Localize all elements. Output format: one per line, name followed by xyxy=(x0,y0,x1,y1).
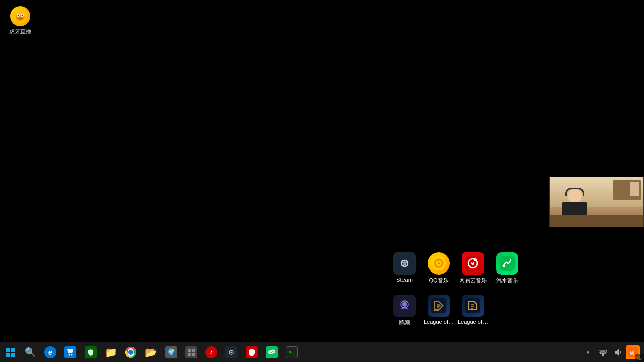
huya-label: 虎牙直播 xyxy=(9,28,31,35)
steam-label: Steam xyxy=(396,277,413,283)
ie-icon: e xyxy=(44,346,56,358)
svg-marker-49 xyxy=(615,349,619,356)
svg-point-21 xyxy=(403,302,407,307)
svg-rect-25 xyxy=(11,348,15,352)
taskbar-search[interactable]: 🔍 xyxy=(20,342,40,363)
svg-rect-15 xyxy=(472,259,473,263)
svg-point-45 xyxy=(274,351,275,352)
gouzao-icon xyxy=(393,295,416,317)
taskbar-folder[interactable]: 📁 xyxy=(101,342,121,363)
taskbar-store[interactable] xyxy=(60,342,80,363)
app-icon-qqmusic[interactable]: QQ音乐 xyxy=(423,249,455,290)
svg-point-42 xyxy=(270,352,271,353)
svg-rect-27 xyxy=(11,353,15,357)
webcam-monitor xyxy=(629,182,639,197)
svg-point-28 xyxy=(69,354,70,355)
svg-point-18 xyxy=(503,265,505,267)
taskbar-music[interactable]: ♪ xyxy=(201,342,221,363)
huya-icon xyxy=(10,6,30,26)
volume-icon xyxy=(614,348,622,356)
app-icon-netease[interactable]: 网易云音乐 xyxy=(457,249,489,290)
expand-tray-icon: ∧ xyxy=(586,349,590,356)
svg-rect-36 xyxy=(192,353,195,356)
qqmusic-icon xyxy=(428,252,450,275)
app-icon-lol2[interactable]: League of Legends xyxy=(457,292,489,332)
svg-point-16 xyxy=(474,258,477,261)
app-icon-qishui[interactable]: 汽水音乐 xyxy=(491,249,523,290)
taskbar-icons: 🔍 e 📁 xyxy=(20,342,581,363)
taskbar-wechat-browser[interactable]: 🌍 xyxy=(161,342,181,363)
desktop-icons-area: 虎牙直播 xyxy=(4,4,36,37)
taskbar-security[interactable] xyxy=(80,342,101,363)
windows-icon xyxy=(6,348,15,357)
tray-up-arrow[interactable]: ∧ xyxy=(581,344,595,360)
taskbar-terminal[interactable]: >_ xyxy=(282,342,302,363)
taskbar-chrome[interactable] xyxy=(121,342,141,363)
webcam-overlay xyxy=(549,177,644,227)
taskbar-wechat[interactable] xyxy=(262,342,282,363)
steam-svg xyxy=(397,256,412,271)
svg-point-39 xyxy=(231,351,232,353)
desktop xyxy=(0,0,644,342)
svg-point-4 xyxy=(18,15,19,16)
qqmusic-svg xyxy=(431,256,446,271)
huya-svg xyxy=(13,9,28,24)
svg-point-44 xyxy=(272,351,273,352)
app-icon-gouzao[interactable]: 鸥潮 xyxy=(388,292,421,332)
music-icon: ♪ xyxy=(205,346,217,358)
taskbar-steam[interactable] xyxy=(221,342,242,363)
to-text: to xyxy=(635,354,644,362)
taskbar: 🔍 e 📁 xyxy=(0,342,644,362)
gouzao-svg xyxy=(397,298,412,313)
taskbar-control[interactable] xyxy=(181,342,201,363)
lol2-label: League of Legends xyxy=(458,319,488,325)
lol1-icon xyxy=(428,295,450,317)
terminal-icon: >_ xyxy=(286,346,298,358)
webcam-scene xyxy=(550,177,643,227)
webcam-floor xyxy=(550,215,643,227)
folder-icon: 📁 xyxy=(105,346,117,358)
svg-rect-48 xyxy=(599,350,607,352)
svg-point-5 xyxy=(22,15,23,16)
steam-taskbar-icon xyxy=(225,346,237,358)
netease-icon xyxy=(462,252,484,275)
app-icon-steam[interactable]: Steam xyxy=(388,249,421,290)
svg-rect-34 xyxy=(192,349,195,352)
network-icon xyxy=(599,348,607,356)
control-icon xyxy=(185,346,197,358)
system-tray: ∧ 火 xyxy=(581,342,644,363)
tray-volume[interactable] xyxy=(611,344,625,360)
svg-rect-23 xyxy=(465,298,480,313)
chrome-icon xyxy=(125,346,137,358)
gouzao-label: 鸥潮 xyxy=(399,319,410,326)
wechat-browser-icon: 🌍 xyxy=(165,346,177,358)
store-icon xyxy=(64,346,76,358)
wechat-icon xyxy=(266,346,278,358)
svg-point-11 xyxy=(438,262,440,264)
svg-point-29 xyxy=(71,354,73,355)
files-icon: 📂 xyxy=(145,346,157,358)
antivirus-icon xyxy=(246,346,258,358)
desktop-icon-huya[interactable]: 虎牙直播 xyxy=(4,4,36,37)
tray-network[interactable] xyxy=(596,344,610,360)
start-button[interactable] xyxy=(0,342,20,363)
netease-svg xyxy=(465,256,480,271)
app-icons-group: Steam QQ音乐 网易云音乐 xyxy=(388,249,523,332)
svg-point-43 xyxy=(271,352,272,353)
taskbar-ie[interactable]: e xyxy=(40,342,60,363)
app-icon-lol1[interactable]: League of Legends... xyxy=(423,292,455,332)
search-icon: 🔍 xyxy=(25,347,36,358)
qishui-label: 汽水音乐 xyxy=(496,277,518,284)
taskbar-antivirus[interactable] xyxy=(242,342,262,363)
security-icon xyxy=(85,346,97,358)
svg-rect-33 xyxy=(188,349,191,352)
qishui-svg xyxy=(500,256,515,271)
svg-rect-24 xyxy=(6,348,10,352)
steam-icon xyxy=(393,252,416,275)
svg-point-32 xyxy=(129,350,133,354)
netease-label: 网易云音乐 xyxy=(459,277,487,284)
taskbar-files[interactable]: 📂 xyxy=(141,342,161,363)
svg-text:火: 火 xyxy=(629,350,635,356)
person-headphones xyxy=(565,188,584,196)
qqmusic-label: QQ音乐 xyxy=(429,277,448,284)
